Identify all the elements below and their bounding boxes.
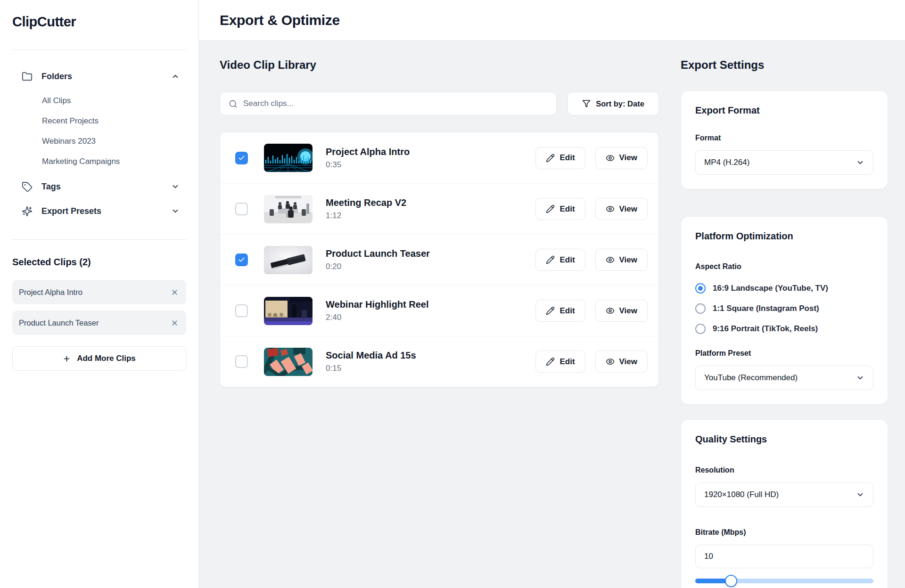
clip-actions: Edit View [535, 249, 648, 271]
edit-label: Edit [559, 357, 575, 367]
sidebar-nav: Folders All Clips Recent Projects Webina… [12, 66, 186, 221]
sidebar-item-export-presets[interactable]: Export Presets [12, 201, 186, 221]
radio-icon [695, 324, 706, 334]
clip-duration: 0:20 [326, 262, 535, 271]
clip-meta: Webinar Highlight Reel 2:40 [326, 299, 535, 322]
pencil-icon [546, 357, 555, 366]
platform-optimization-card: Platform Optimization Aspect Ratio 16:9 … [681, 216, 888, 405]
clip-meta: Project Alpha Intro 0:35 [326, 147, 535, 170]
view-label: View [619, 357, 637, 367]
resolution-select[interactable]: 1920×1080 (Full HD) [695, 482, 873, 507]
view-button[interactable]: View [595, 198, 648, 220]
sidebar-item-recent-projects[interactable]: Recent Projects [12, 111, 186, 131]
library-title: Video Clip Library [220, 58, 659, 72]
clip-checkbox[interactable] [235, 253, 248, 266]
chevron-up-icon [171, 72, 180, 81]
clip-meta: Product Launch Teaser 0:20 [326, 248, 535, 271]
format-select[interactable]: MP4 (H.264) [695, 150, 873, 175]
clip-actions: Edit View [535, 147, 648, 169]
clip-title: Meeting Recap V2 [326, 197, 535, 208]
search-icon [229, 99, 238, 108]
sort-label: Sort by: Date [596, 99, 644, 108]
filter-icon [582, 99, 591, 108]
add-more-clips-label: Add More Clips [77, 354, 136, 363]
library-toolbar: Sort by: Date [220, 92, 659, 115]
clip-meta: Social Media Ad 15s 0:15 [326, 350, 535, 373]
edit-button[interactable]: Edit [535, 198, 585, 220]
aspect-ratio-option-1-1[interactable]: 1:1 Square (Instagram Post) [695, 298, 873, 318]
aspect-ratio-label: Aspect Ratio [695, 262, 873, 271]
view-label: View [619, 153, 637, 163]
clip-row: Product Launch Teaser 0:20 Edit View [220, 234, 658, 285]
platform-preset-select[interactable]: YouTube (Recommended) [695, 366, 873, 390]
view-label: View [619, 255, 637, 265]
clip-title: Project Alpha Intro [326, 147, 535, 157]
sidebar-divider-bottom [12, 239, 186, 240]
sidebar-item-label: Export Presets [41, 206, 171, 216]
clip-actions: Edit View [535, 351, 648, 373]
slider-handle[interactable] [725, 575, 737, 587]
chevron-down-icon [856, 374, 864, 382]
bitrate-input[interactable] [695, 545, 873, 568]
view-button[interactable]: View [595, 351, 648, 373]
clip-duration: 2:40 [326, 313, 535, 322]
pencil-icon [546, 204, 555, 213]
aspect-ratio-option-label: 1:1 Square (Instagram Post) [713, 304, 819, 313]
selected-clip-label: Project Alpha Intro [19, 288, 171, 297]
view-label: View [619, 306, 637, 316]
sidebar-item-tags[interactable]: Tags [12, 176, 186, 197]
pencil-icon [546, 306, 555, 315]
edit-button[interactable]: Edit [535, 147, 585, 169]
search-input[interactable] [243, 99, 548, 108]
sidebar-item-folders[interactable]: Folders [12, 66, 186, 87]
clip-actions: Edit View [535, 300, 648, 322]
folders-sublist: All Clips Recent Projects Webinars 2023 … [12, 90, 186, 172]
sparkles-icon [22, 206, 33, 217]
view-button[interactable]: View [595, 300, 648, 322]
selected-clip-label: Product Launch Teaser [19, 318, 171, 327]
sort-button[interactable]: Sort by: Date [568, 92, 659, 115]
quality-settings-card: Quality Settings Resolution 1920×1080 (F… [681, 419, 888, 588]
view-button[interactable]: View [595, 249, 648, 271]
sidebar-item-label: Tags [41, 182, 171, 192]
resolution-value: 1920×1080 (Full HD) [704, 490, 856, 499]
view-button[interactable]: View [595, 147, 648, 169]
clip-title: Product Launch Teaser [326, 248, 535, 259]
sidebar-item-webinars-2023[interactable]: Webinars 2023 [12, 131, 186, 151]
remove-clip-icon[interactable] [171, 288, 179, 296]
edit-button[interactable]: Edit [535, 249, 585, 271]
sidebar-item-marketing-campaigns[interactable]: Marketing Campaigns [12, 151, 186, 172]
selected-clip-chip: Project Alpha Intro [12, 280, 186, 304]
clip-checkbox[interactable] [235, 203, 248, 215]
export-settings-panel: Export Settings Export Format Format MP4… [681, 41, 888, 588]
app-logo: ClipCutter [12, 14, 186, 30]
sidebar-item-label: Folders [41, 72, 171, 82]
sidebar-item-all-clips[interactable]: All Clips [12, 90, 186, 111]
check-icon [238, 155, 245, 162]
export-format-card: Export Format Format MP4 (H.264) [681, 90, 888, 189]
clip-row: Meeting Recap V2 1:12 Edit View [220, 183, 658, 234]
edit-button[interactable]: Edit [535, 351, 585, 373]
pencil-icon [546, 255, 555, 264]
folder-icon [22, 71, 33, 82]
check-icon [238, 256, 245, 263]
clip-checkbox[interactable] [235, 304, 248, 317]
radio-icon [695, 303, 706, 314]
clip-checkbox[interactable] [235, 355, 248, 368]
aspect-ratio-option-label: 9:16 Portrait (TikTok, Reels) [713, 324, 818, 334]
eye-icon [606, 154, 615, 163]
edit-button[interactable]: Edit [535, 300, 585, 322]
clip-duration: 0:35 [326, 160, 535, 170]
format-label: Format [695, 134, 873, 142]
sidebar: ClipCutter Folders All Clips Recent Proj… [0, 0, 199, 588]
remove-clip-icon[interactable] [171, 319, 179, 327]
clip-checkbox[interactable] [235, 152, 248, 164]
aspect-ratio-option-9-16[interactable]: 9:16 Portrait (TikTok, Reels) [695, 318, 873, 339]
add-more-clips-button[interactable]: Add More Clips [12, 346, 186, 371]
aspect-ratio-option-16-9[interactable]: 16:9 Landscape (YouTube, TV) [695, 278, 873, 298]
edit-label: Edit [559, 306, 575, 316]
clip-thumbnail [264, 348, 313, 376]
format-value: MP4 (H.264) [704, 158, 856, 167]
clip-thumbnail [264, 144, 313, 172]
chevron-down-icon [856, 158, 864, 167]
